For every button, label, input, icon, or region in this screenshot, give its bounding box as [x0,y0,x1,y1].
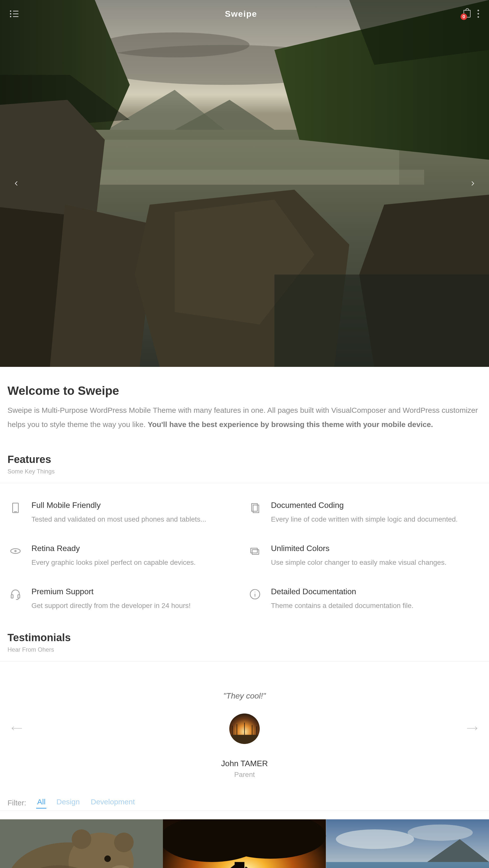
header-left [10,11,19,17]
svg-rect-35 [229,735,260,744]
svg-point-58 [408,825,472,841]
testimonial-role: Parent [7,771,482,779]
svg-point-2 [100,32,250,57]
portfolio-gallery [0,819,489,868]
logo[interactable]: Sweipe [225,9,257,19]
feature-desc: Every line of code written with simple l… [271,515,458,523]
feature-title: Detailed Documentation [271,587,414,596]
avatar [229,714,260,744]
hero-prev-button[interactable] [11,179,22,188]
features-title: Features [7,454,482,465]
testimonial-next-button[interactable] [466,722,478,733]
hero: Sweipe 0 [0,0,489,367]
features-grid: Full Mobile Friendly Tested and validate… [7,501,482,610]
filter-all[interactable]: All [37,798,45,808]
svg-rect-18 [274,275,489,367]
docs-icon [247,501,263,523]
hero-next-button[interactable] [467,179,478,188]
svg-rect-28 [18,595,20,598]
content: Welcome to Sweipe Sweipe is Multi-Purpos… [0,367,489,475]
welcome-title: Welcome to Sweipe [7,384,482,398]
feature-desc: Use simple color changer to easily make … [271,559,446,566]
portfolio-filter: Filter: All Design Development [0,794,489,811]
divider [0,483,489,483]
testimonial-quote: "They cool!" [7,691,482,701]
testimonial: "They cool!" John TAMER Parent [0,661,489,794]
feature-desc: Theme contains a detailed documentation … [271,602,414,610]
phone-icon [7,501,24,523]
cart-badge: 0 [461,13,467,20]
feature-item: Full Mobile Friendly Tested and validate… [7,501,242,523]
feature-desc: Tested and validated on most used phones… [31,515,206,523]
cart-icon[interactable]: 0 [463,10,470,18]
welcome-text: Sweipe is Multi-Purpose WordPress Mobile… [7,403,482,432]
svg-point-24 [15,550,16,552]
portfolio-item-bear[interactable] [0,819,163,868]
svg-rect-25 [251,548,258,553]
svg-point-57 [336,829,414,849]
header: Sweipe 0 [0,0,489,27]
svg-point-49 [104,856,111,862]
svg-rect-60 [326,862,489,868]
feature-item: Detailed Documentation Theme contains a … [247,587,482,610]
feature-title: Retina Ready [31,544,196,553]
feature-desc: Get support directly from the developer … [31,602,191,610]
svg-rect-27 [11,595,13,598]
svg-point-45 [72,829,91,849]
svg-point-46 [114,833,133,852]
more-icon[interactable] [478,10,479,18]
portfolio-item-coast[interactable] [326,819,489,868]
headset-icon [7,587,24,610]
hero-background-image [0,0,489,367]
testimonial-name: John TAMER [7,759,482,768]
testimonials-subtitle: Hear From Ohers [7,646,482,653]
filter-development[interactable]: Development [91,798,135,808]
feature-item: Retina Ready Every graphic looks pixel p… [7,544,242,566]
feature-title: Premium Support [31,587,191,596]
testimonial-prev-button[interactable] [11,722,23,733]
menu-icon[interactable] [10,11,19,17]
feature-item: Premium Support Get support directly fro… [7,587,242,610]
svg-rect-7 [75,170,424,185]
info-icon [247,587,263,610]
svg-point-23 [11,549,20,553]
feature-title: Full Mobile Friendly [31,501,206,510]
features-subtitle: Some Key Things [7,468,482,475]
portfolio-item-sunset[interactable] [163,819,326,868]
filter-design[interactable]: Design [56,798,79,808]
eye-icon [7,544,24,566]
svg-rect-19 [13,503,19,513]
filter-label: Filter: [7,799,26,807]
header-right: 0 [463,10,479,18]
svg-rect-26 [252,550,259,554]
feature-desc: Every graphic looks pixel perfect on cap… [31,559,196,566]
feature-title: Unlimited Colors [271,544,446,553]
features-grid-wrap: Full Mobile Friendly Tested and validate… [0,501,489,653]
palette-icon [247,544,263,566]
feature-item: Documented Coding Every line of code wri… [247,501,482,523]
feature-title: Documented Coding [271,501,458,510]
testimonials-title: Testimonials [7,632,482,644]
feature-item: Unlimited Colors Use simple color change… [247,544,482,566]
